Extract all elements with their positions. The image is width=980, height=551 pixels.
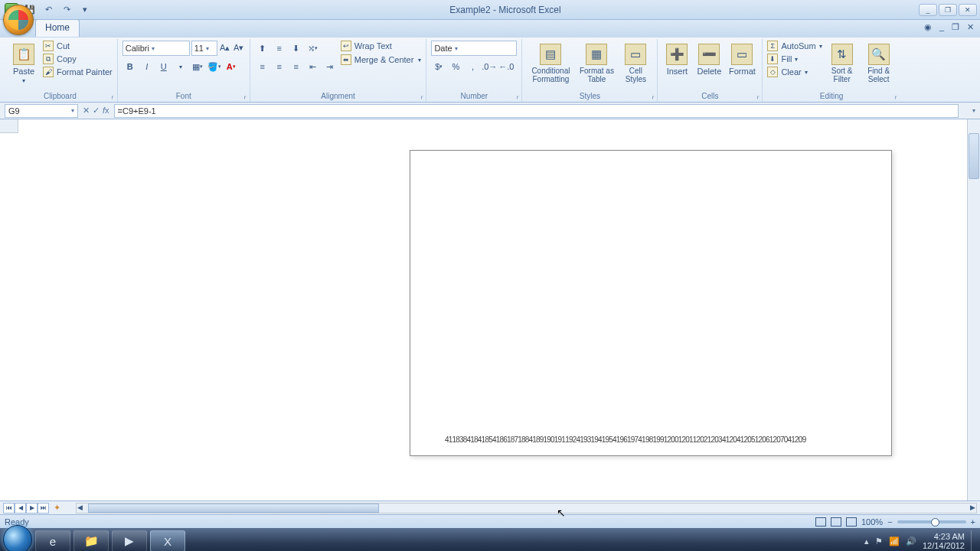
cancel-formula-icon[interactable]: ✕ <box>83 106 90 116</box>
italic-button[interactable]: I <box>139 59 155 74</box>
number-format-combo[interactable]: Date▾ <box>431 41 517 56</box>
clear-button[interactable]: ◇Clear▾ <box>767 67 822 77</box>
borders-button[interactable]: ▦▾ <box>190 59 205 74</box>
increase-indent-icon[interactable]: ⇥ <box>322 59 338 74</box>
taskbar-ie-icon[interactable]: e <box>35 530 70 551</box>
sheet-nav-last-icon[interactable]: ⏭ <box>38 503 49 514</box>
tray-flag-icon[interactable]: ⚑ <box>875 536 883 546</box>
zoom-level[interactable]: 100% <box>861 517 883 527</box>
format-painter-button[interactable]: 🖌Format Painter <box>43 67 113 77</box>
merge-center-button[interactable]: ⬌Merge & Center▾ <box>341 54 422 65</box>
decrease-indent-icon[interactable]: ⇤ <box>305 59 321 74</box>
sheet-nav-first-icon[interactable]: ⏮ <box>3 503 15 514</box>
bold-button[interactable]: B <box>122 59 138 74</box>
font-color-button[interactable]: A▾ <box>224 59 239 74</box>
group-label-alignment: Alignment <box>255 92 422 102</box>
increase-decimal-icon[interactable]: .0→ <box>482 59 497 74</box>
restore-workbook-icon[interactable]: ❐ <box>952 22 959 32</box>
insert-label: Insert <box>667 67 688 76</box>
format-as-table-button[interactable]: ▦Format as Table <box>577 41 616 83</box>
minimize-ribbon-icon[interactable]: _ <box>939 22 944 32</box>
comma-icon[interactable]: , <box>465 59 480 74</box>
vscroll-thumb[interactable] <box>969 133 979 179</box>
find-select-button[interactable]: 🔍Find & Select <box>862 41 896 83</box>
enter-formula-icon[interactable]: ✓ <box>93 106 100 116</box>
font-family-combo[interactable]: Calibri▾ <box>122 41 190 56</box>
font-size-combo[interactable]: 11▾ <box>191 41 217 56</box>
page-break-view-icon[interactable] <box>846 517 857 527</box>
formula-value: =C9+E9-1 <box>118 106 156 116</box>
shrink-font-icon[interactable]: A▾ <box>233 41 245 54</box>
show-desktop-button[interactable] <box>971 530 977 551</box>
format-label: Format <box>729 67 756 76</box>
office-button[interactable] <box>3 5 34 35</box>
formula-input[interactable]: =C9+E9-1 <box>114 104 959 118</box>
taskbar-explorer-icon[interactable]: 📁 <box>74 530 109 551</box>
sigma-icon: Σ <box>767 41 778 51</box>
close-workbook-icon[interactable]: ✕ <box>967 22 974 32</box>
qat-customize-icon[interactable]: ▾ <box>78 3 92 17</box>
fx-icon[interactable]: fx <box>103 106 109 116</box>
sheet-nav-prev-icon[interactable]: ◀ <box>15 503 26 514</box>
merge-label: Merge & Center <box>354 55 414 64</box>
grow-font-icon[interactable]: A▴ <box>219 41 231 54</box>
brush-icon: 🖌 <box>43 67 54 77</box>
taskbar-excel-icon[interactable]: X <box>150 530 185 551</box>
underline-button[interactable]: U <box>156 59 172 74</box>
sort-filter-button[interactable]: ⇅Sort & Filter <box>825 41 859 83</box>
ribbon-tab-home[interactable]: Home <box>35 19 80 37</box>
decrease-decimal-icon[interactable]: ←.0 <box>498 59 514 74</box>
wrap-text-button[interactable]: ↩Wrap Text <box>341 41 422 51</box>
tray-show-hidden-icon[interactable]: ▴ <box>864 536 869 546</box>
tray-volume-icon[interactable]: 🔊 <box>906 536 916 546</box>
zoom-in-icon[interactable]: + <box>971 517 975 527</box>
cut-label: Cut <box>57 41 70 51</box>
horizontal-scrollbar[interactable]: ◀ ▶ <box>76 503 977 514</box>
delete-cells-button[interactable]: ➖Delete <box>694 41 724 76</box>
normal-view-icon[interactable] <box>815 517 826 527</box>
align-right-icon[interactable]: ≡ <box>289 59 304 74</box>
format-cells-button[interactable]: ▭Format <box>727 41 757 76</box>
conditional-formatting-button[interactable]: ▤Conditional Formatting <box>527 41 574 83</box>
undo-icon[interactable]: ↶ <box>41 3 55 17</box>
restore-button[interactable]: ❐ <box>939 4 957 16</box>
zoom-slider[interactable] <box>897 520 966 523</box>
autosum-button[interactable]: ΣAutoSum▾ <box>767 41 822 51</box>
fill-button[interactable]: ⬇Fill▾ <box>767 54 822 64</box>
taskbar-media-player-icon[interactable]: ▶ <box>112 530 147 551</box>
close-button[interactable]: ✕ <box>959 4 977 16</box>
taskbar-clock[interactable]: 4:23 AM 12/14/2012 <box>923 532 965 550</box>
minimize-button[interactable]: _ <box>919 4 937 16</box>
insert-cells-button[interactable]: ➕Insert <box>662 41 691 76</box>
currency-icon[interactable]: $▾ <box>431 59 446 74</box>
copy-button[interactable]: ⧉Copy <box>43 54 113 64</box>
paste-button[interactable]: 📋 Paste ▾ <box>8 41 40 84</box>
sheet-nav-next-icon[interactable]: ▶ <box>26 503 38 514</box>
redo-icon[interactable]: ↷ <box>60 3 74 17</box>
name-box[interactable]: G9▾ <box>5 104 78 118</box>
align-center-icon[interactable]: ≡ <box>272 59 287 74</box>
start-button[interactable] <box>3 525 32 551</box>
align-left-icon[interactable]: ≡ <box>255 59 270 74</box>
cut-button[interactable]: ✂Cut <box>43 41 113 51</box>
zoom-out-icon[interactable]: − <box>887 517 892 527</box>
tray-network-icon[interactable]: 📶 <box>889 536 900 546</box>
orientation-icon[interactable]: ⤭▾ <box>305 41 321 56</box>
align-bottom-icon[interactable]: ⬇ <box>289 41 304 56</box>
cell-styles-button[interactable]: ▭Cell Styles <box>619 41 652 83</box>
page-layout-view-icon[interactable] <box>831 517 841 527</box>
percent-icon[interactable]: % <box>448 59 463 74</box>
fill-color-button[interactable]: 🪣▾ <box>207 59 222 74</box>
help-icon[interactable]: ◉ <box>924 22 932 32</box>
vertical-scrollbar[interactable] <box>967 119 980 500</box>
clear-icon: ◇ <box>767 67 778 77</box>
align-middle-icon[interactable]: ≡ <box>272 41 287 56</box>
expand-formula-bar-icon[interactable]: ▾ <box>968 107 980 114</box>
align-top-icon[interactable]: ⬆ <box>255 41 270 56</box>
embedded-chart[interactable]: 4118384184185418618718841891901911924193… <box>410 150 892 456</box>
hscroll-thumb[interactable] <box>88 504 379 513</box>
select-all-corner[interactable] <box>0 119 18 133</box>
insert-sheet-icon[interactable]: ✦ <box>54 503 60 513</box>
worksheet-grid[interactable]: 4118384184185418618718841891901911924193… <box>0 119 980 500</box>
delete-label: Delete <box>697 67 722 76</box>
